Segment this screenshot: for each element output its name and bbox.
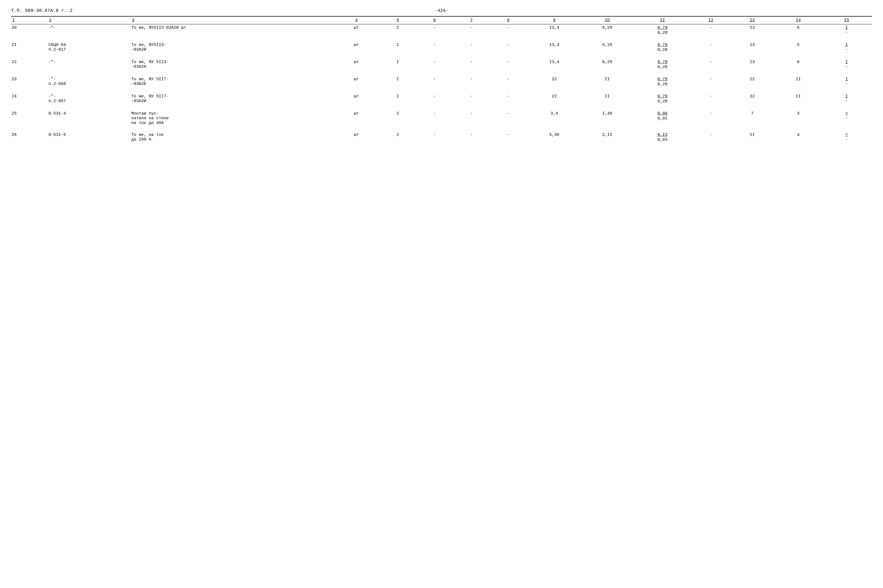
col-header-9: 9: [526, 16, 582, 24]
cell-r6-c12: -: [692, 110, 729, 126]
table-row: 22-"-То же, ЯУ 5ІІЗ--03А2НштI---I3,46,29…: [11, 58, 872, 71]
cell-r3-c2: -"-: [48, 58, 131, 71]
cell-r2-c9: I3,4: [526, 42, 582, 54]
table-row: 2IСКЦ8-84п.2-617То же, ЯУ5ІІЗ--03А2ИштI-…: [11, 42, 872, 54]
cell-r4-c10: II: [582, 76, 633, 88]
cell-r4-c15: I-: [821, 76, 872, 88]
cell-r4-c4: шт: [333, 76, 379, 88]
cell-r2-c4: шт: [333, 42, 379, 54]
col-header-10: IO: [582, 16, 633, 24]
cell-r6-c6: -: [416, 110, 453, 126]
cell-r1-c5: I: [379, 24, 416, 37]
cell-r4-c6: -: [416, 76, 453, 88]
cell-r4-c11: 0,790,28: [632, 76, 692, 88]
cell-r5-c1: 24: [11, 93, 48, 105]
row-spacer: [11, 36, 872, 42]
col-header-15: I5: [821, 16, 872, 24]
row-spacer: [11, 88, 872, 93]
cell-r5-c9: 22: [526, 93, 582, 105]
cell-r7-c7: -: [453, 131, 490, 144]
cell-r2-c7: -: [453, 42, 490, 54]
cell-r7-c11: 0,I30,03: [632, 131, 692, 144]
row-spacer: [11, 54, 872, 58]
cell-r1-c1: 20: [11, 24, 48, 37]
cell-r2-c11: 0,790,28: [632, 42, 692, 54]
cell-r7-c6: -: [416, 131, 453, 144]
cell-r1-c15: I-: [821, 24, 872, 37]
page-header: Т.П. 509-30.87А.8 г. 2 -424-: [11, 8, 872, 13]
cell-r5-c12: -: [692, 93, 729, 105]
cell-r6-c10: I,49: [582, 110, 633, 126]
col-header-13: I3: [729, 16, 775, 24]
cell-r6-c7: -: [453, 110, 490, 126]
cell-r4-c2: -"-п.2-658: [48, 76, 131, 88]
cell-r4-c1: 23: [11, 76, 48, 88]
cell-r6-c9: 3,4: [526, 110, 582, 126]
row-spacer: [11, 126, 872, 131]
cell-r1-c13: I3: [729, 24, 775, 37]
cell-r4-c8: -: [490, 76, 526, 88]
cell-r3-c10: 6,29: [582, 58, 633, 71]
cell-r2-c2: СКЦ8-84п.2-617: [48, 42, 131, 54]
col-header-6: 6: [416, 16, 453, 24]
cell-r4-c9: 22: [526, 76, 582, 88]
cell-r5-c6: -: [416, 93, 453, 105]
cell-r5-c2: -"-п.2-657: [48, 93, 131, 105]
cell-r1-c7: -: [453, 24, 490, 37]
cell-r3-c1: 22: [11, 58, 48, 71]
cell-r5-c13: 22: [729, 93, 775, 105]
col-header-11: II: [632, 16, 692, 24]
cell-r6-c14: 3: [775, 110, 821, 126]
cell-r6-c8: -: [490, 110, 526, 126]
cell-r1-c6: -: [416, 24, 453, 37]
col-header-12: I2: [692, 16, 729, 24]
cell-r1-c9: I3,4: [526, 24, 582, 37]
cell-r3-c4: шт: [333, 58, 379, 71]
cell-r7-c10: 2,I2: [582, 131, 633, 144]
main-table: I 2 3 4 5 6 7 8 9 IO II I2 I3 I4 I5 20-"…: [11, 16, 872, 144]
cell-r2-c5: I: [379, 42, 416, 54]
cell-r6-c15: =-: [821, 110, 872, 126]
cell-r3-c12: -: [692, 58, 729, 71]
cell-r2-c12: -: [692, 42, 729, 54]
col-header-4: 4: [333, 16, 379, 24]
row-spacer: [11, 105, 872, 110]
cell-r5-c7: -: [453, 93, 490, 105]
cell-r3-c5: I: [379, 58, 416, 71]
cell-r3-c9: I3,4: [526, 58, 582, 71]
col-header-1: I: [11, 16, 48, 24]
cell-r3-c3: То же, ЯУ 5ІІЗ--03А2Н: [131, 58, 333, 71]
cell-r3-c7: -: [453, 58, 490, 71]
cell-r3-c6: -: [416, 58, 453, 71]
cell-r5-c4: шт: [333, 93, 379, 105]
table-row: 24-"-п.2-657То же, ЯУ 5ІІ7--03А2ИштI---2…: [11, 93, 872, 105]
cell-r7-c9: 5,46: [526, 131, 582, 144]
cell-r3-c14: 6: [775, 58, 821, 71]
cell-r6-c3: Монтаж пус-кателя на стенена ток до 40А: [131, 110, 333, 126]
column-header-row: I 2 3 4 5 6 7 8 9 IO II I2 I3 I4 I5: [11, 16, 872, 24]
cell-r4-c12: -: [692, 76, 729, 88]
cell-r5-c8: -: [490, 93, 526, 105]
cell-r1-c3: То же, ЯУ5ІІЗ-03А2И шт: [131, 24, 333, 37]
col-header-2: 2: [48, 16, 131, 24]
cell-r7-c5: 2: [379, 131, 416, 144]
cell-r5-c15: I-: [821, 93, 872, 105]
cell-r5-c14: II: [775, 93, 821, 105]
cell-r4-c14: II: [775, 76, 821, 88]
col-header-7: 7: [453, 16, 490, 24]
cell-r2-c15: I-: [821, 42, 872, 54]
cell-r6-c4: шт: [333, 110, 379, 126]
cell-r1-c10: 6,29: [582, 24, 633, 37]
cell-r3-c8: -: [490, 58, 526, 71]
cell-r7-c8: -: [490, 131, 526, 144]
cell-r7-c13: II: [729, 131, 775, 144]
cell-r4-c3: То же, ЯУ 5ІІ7--03Б2Е: [131, 76, 333, 88]
cell-r7-c4: шт: [333, 131, 379, 144]
cell-r5-c10: II: [582, 93, 633, 105]
table-row: 20-"-То же, ЯУ5ІІЗ-03А2И штштI---I3,46,2…: [11, 24, 872, 37]
cell-r5-c5: I: [379, 93, 416, 105]
cell-r1-c14: 6: [775, 24, 821, 37]
cell-r6-c5: 2: [379, 110, 416, 126]
cell-r7-c2: 8-531-6: [48, 131, 131, 144]
cell-r2-c8: -: [490, 42, 526, 54]
